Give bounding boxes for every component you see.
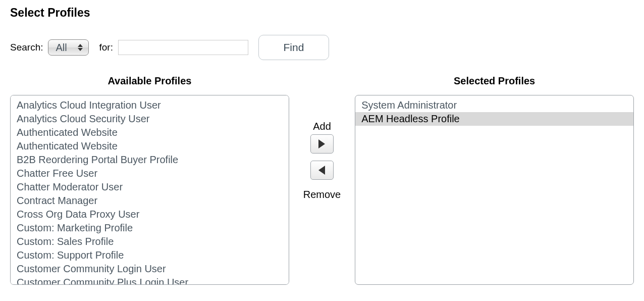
list-item[interactable]: Chatter Moderator User [11,180,289,194]
arrow-left-icon [318,166,325,175]
search-select-wrap: All [48,39,89,56]
list-item[interactable]: Contract Manager [11,194,289,208]
selected-header: Selected Profiles [454,75,535,87]
selected-column: Selected Profiles System AdministratorAE… [355,75,634,285]
arrow-right-icon [318,139,325,148]
find-button[interactable]: Find [258,35,329,60]
page-title: Select Profiles [10,6,634,20]
transfer-controls: Add Remove [298,75,346,203]
list-item[interactable]: Customer Community Plus Login User [11,276,289,285]
list-item[interactable]: Custom: Support Profile [11,248,289,262]
list-item[interactable]: Analytics Cloud Security User [11,112,289,126]
remove-button[interactable] [310,161,334,180]
list-item[interactable]: Authenticated Website [11,126,289,139]
list-item[interactable]: AEM Headless Profile [355,112,633,126]
search-row: Search: All for: Find [10,35,634,60]
list-item[interactable]: B2B Reordering Portal Buyer Profile [11,153,289,167]
list-item[interactable]: Custom: Sales Profile [11,235,289,248]
list-item[interactable]: Chatter Free User [11,167,289,180]
search-input[interactable] [118,40,248,55]
list-item[interactable]: System Administrator [355,98,633,112]
list-item[interactable]: Authenticated Website [11,139,289,153]
search-select[interactable]: All [48,39,89,56]
for-label: for: [99,42,113,53]
add-button[interactable] [310,134,334,154]
search-label: Search: [10,42,43,53]
dual-listbox: Available Profiles Analytics Cloud Integ… [10,75,634,285]
available-column: Available Profiles Analytics Cloud Integ… [10,75,289,285]
available-listbox[interactable]: Analytics Cloud Integration UserAnalytic… [10,95,289,285]
remove-label: Remove [303,189,341,200]
list-item[interactable]: Cross Org Data Proxy User [11,208,289,221]
available-header: Available Profiles [108,75,191,87]
add-label: Add [313,121,331,132]
list-item[interactable]: Customer Community Login User [11,262,289,276]
list-item[interactable]: Custom: Marketing Profile [11,221,289,235]
list-item[interactable]: Analytics Cloud Integration User [11,98,289,112]
selected-listbox[interactable]: System AdministratorAEM Headless Profile [355,95,634,285]
